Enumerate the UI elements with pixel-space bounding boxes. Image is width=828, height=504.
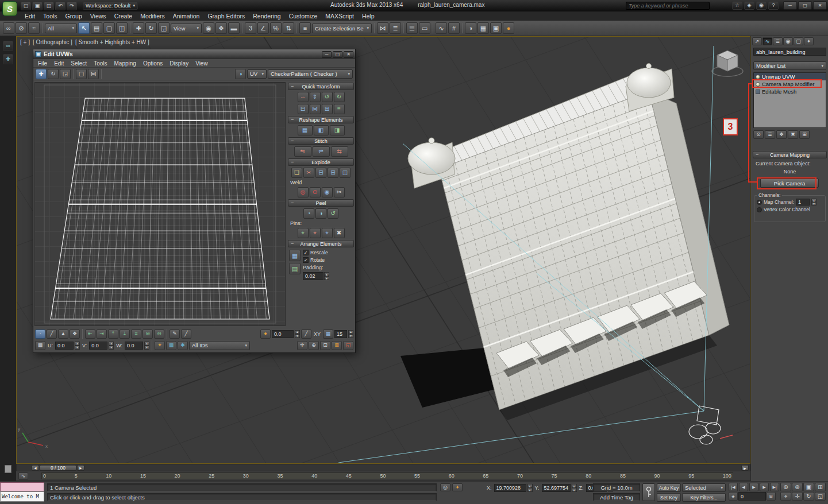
menu-display[interactable]: Display [166, 60, 192, 67]
falloff-space-icon[interactable]: ╱ [301, 329, 311, 339]
space-vertical-icon[interactable]: ⊖ [154, 329, 164, 339]
communication-center-icon[interactable]: ◈ [744, 1, 754, 10]
material-editor-icon[interactable]: ◑ [465, 22, 476, 34]
rollout-peel[interactable]: −Peel [288, 199, 354, 207]
docked-toolbar-icon-1[interactable]: ∞ [3, 41, 13, 51]
render-setup-icon[interactable]: ▦ [477, 22, 489, 34]
align-right-icon[interactable]: ⇥ [97, 329, 107, 339]
next-frame-icon[interactable]: ▶ [760, 483, 769, 491]
w-spinner[interactable]: ▲▼ [144, 342, 149, 350]
signin-user-icon[interactable]: ◉ [756, 1, 767, 10]
rollout-camera-mapping[interactable]: −Camera Mapping [753, 151, 827, 158]
reset-peel-icon[interactable]: ↺ [328, 208, 338, 219]
add-time-tag[interactable]: Add Time Tag [593, 493, 640, 501]
maxscript-listener-field[interactable]: Welcome to M [0, 491, 44, 502]
stitch-to-source-icon[interactable]: ⇆ [331, 146, 348, 157]
modifier-stack-item-camera-map-modifier[interactable]: Camera Map Modifier [754, 80, 826, 88]
display-tab-icon[interactable]: ▢ [794, 37, 803, 45]
align-icon[interactable]: ≣ [390, 22, 401, 34]
uv-vertex-mode-icon[interactable]: ∙ [35, 329, 45, 339]
relax-brush-icon[interactable]: ╱ [181, 329, 191, 339]
material-id-dropdown[interactable]: All IDs▾ [189, 341, 250, 350]
padding-spinner[interactable]: ▲▼ [324, 272, 329, 280]
docked-toolbar-icon-2[interactable]: ✚ [3, 54, 13, 64]
rendered-frame-icon[interactable]: ▣ [490, 22, 502, 34]
zoom-all-icon[interactable]: ⊛ [792, 483, 803, 491]
close-button[interactable]: ✕ [813, 1, 827, 10]
pin-selected-icon[interactable]: ⌖ [298, 228, 309, 238]
maximize-button[interactable]: ▢ [333, 51, 342, 58]
schematic-view-icon[interactable]: # [448, 22, 460, 34]
maximize-viewport-toggle-icon[interactable]: ◱ [815, 492, 826, 501]
vertex-color-radio[interactable] [757, 207, 762, 212]
clear-pins-icon[interactable]: ✖ [334, 228, 345, 238]
rescale-checkbox[interactable]: ✓ [303, 250, 309, 255]
next-key-icon[interactable]: ▸ [77, 465, 84, 471]
rotate-ccw-icon[interactable]: ↺ [322, 92, 333, 102]
rollout-explode[interactable]: −Explode [288, 158, 354, 166]
select-object-icon[interactable]: ↖ [78, 22, 90, 34]
remove-modifier-icon[interactable]: ✖ [788, 130, 798, 139]
menu-select[interactable]: Select [67, 60, 90, 67]
uv-zoom-selected-icon[interactable]: ◱ [343, 341, 353, 350]
close-icon[interactable]: ✕ [344, 51, 353, 58]
select-and-move-icon[interactable]: ✚ [133, 22, 144, 34]
time-config-icon[interactable]: ⊞ [767, 492, 776, 501]
select-and-manipulate-icon[interactable]: ❖ [215, 22, 227, 34]
viewport-menu-pov[interactable]: [ Orthographic ] [33, 39, 72, 45]
open-file-icon[interactable]: ▣ [32, 2, 43, 10]
previous-frame-icon[interactable]: ◀ [739, 483, 748, 491]
align-left-icon[interactable]: ⇤ [85, 329, 95, 339]
3dsmax-logo-icon[interactable]: S [2, 1, 17, 16]
w-field[interactable]: 0.0 [125, 342, 143, 350]
configure-modifier-sets-icon[interactable]: ⊞ [799, 130, 810, 139]
distribute-icon[interactable]: ⊟ [298, 104, 309, 114]
show-map-icon[interactable]: ◑ [235, 69, 246, 79]
uv-edge-mode-icon[interactable]: ╱ [47, 329, 57, 339]
select-and-link-icon[interactable]: ∞ [3, 22, 14, 34]
reference-coordinate-dropdown[interactable]: View▾ [171, 24, 202, 33]
menu-view[interactable]: View [192, 60, 211, 67]
menu-edit[interactable]: Edit [51, 60, 67, 67]
falloff-field[interactable]: 0.0 [272, 330, 294, 338]
falloff-space-label[interactable]: XY [314, 331, 321, 337]
pick-camera-button[interactable]: Pick Camera [760, 179, 819, 188]
uv-freeform-icon[interactable]: ▢ [76, 69, 87, 79]
hierarchy-tab-icon[interactable]: ≣ [773, 37, 783, 45]
viewport-menu-general[interactable]: [ + ] [20, 39, 30, 45]
pin-stack-icon[interactable]: ⊙ [753, 130, 764, 139]
break-edge-icon[interactable]: ✂ [334, 187, 345, 197]
keyboard-override-icon[interactable]: ▬ [228, 22, 240, 34]
uv-rotate-icon[interactable]: ↻ [48, 69, 59, 79]
linear-align-icon[interactable]: ≡ [131, 329, 141, 339]
viewcube[interactable] [709, 45, 746, 78]
uv-space-dropdown[interactable]: UV▾ [247, 69, 267, 79]
pack-normalize-icon[interactable]: ▦ [289, 250, 301, 261]
infocenter-star-icon[interactable]: ☆ [732, 1, 742, 10]
selection-region-icon[interactable]: ▢ [103, 22, 115, 34]
workspace-dropdown[interactable]: Workspace: Default▾ [83, 2, 138, 10]
play-icon[interactable]: ▶ [749, 483, 758, 491]
straighten-selection-icon[interactable]: ◨ [330, 125, 345, 135]
menu-views[interactable]: Views [86, 12, 110, 20]
select-by-name-icon[interactable]: ▤ [91, 22, 102, 34]
stitch-to-average-icon[interactable]: ⇌ [313, 146, 330, 157]
dock-scroll-thumb[interactable] [5, 465, 11, 473]
align-top-icon[interactable]: ⇡ [108, 329, 118, 339]
flip-vertical-icon[interactable]: ⊞ [322, 104, 333, 114]
current-time-field[interactable]: 0 [738, 492, 766, 501]
percent-snap-icon[interactable]: % [270, 22, 282, 34]
orbit-icon[interactable]: ↻ [803, 492, 814, 501]
auto-pin-icon[interactable]: ⌖ [322, 228, 333, 238]
timeline-ruler[interactable]: 0510152025303540455055606570758085909510… [41, 472, 733, 479]
mirror-icon[interactable]: ⋈ [377, 22, 388, 34]
grid-size-field[interactable]: 15 [334, 330, 347, 338]
uv-polygon-mode-icon[interactable]: ▲ [58, 329, 68, 339]
select-and-rotate-icon[interactable]: ↻ [145, 22, 157, 34]
go-to-end-icon[interactable]: ▶| [770, 483, 779, 491]
uv-canvas[interactable] [34, 82, 286, 326]
unpin-selected-icon[interactable]: ⌖ [310, 228, 321, 238]
curve-editor-icon[interactable]: ∿ [436, 22, 447, 34]
menu-mapping[interactable]: Mapping [111, 60, 140, 67]
weld-all-icon[interactable]: ◉ [322, 187, 333, 197]
